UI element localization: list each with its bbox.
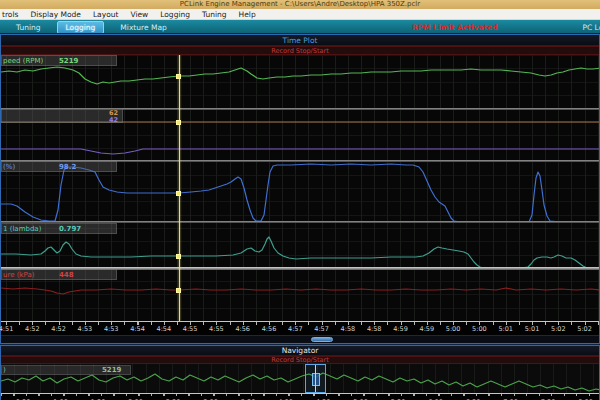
channel-label: ure (kPa) (3, 270, 34, 280)
axis-tick-label: 4:56 (235, 325, 250, 333)
cursor-marker-rpm (176, 74, 181, 79)
axis-tick-label: 4:58 (341, 325, 356, 333)
axis-tick-label: 4:52 (51, 325, 66, 333)
axis-tick-label: 5:00 (446, 325, 461, 333)
channel-label-box[interactable]: peed (RPM)5219 (1, 55, 117, 66)
channel-label-box[interactable]: 1 (lambda)0.797 (1, 223, 117, 234)
axis-tick-label: 4:56 (262, 325, 277, 333)
menu-bar: trolsDisplay ModeLayoutViewLoggingTuning… (0, 9, 600, 20)
channel-value: 98.2 (59, 162, 76, 172)
time-plot-title: Time Plot (283, 36, 318, 45)
channel-label: (%) (3, 162, 15, 172)
axis-tick-label: 5:00 (472, 325, 487, 333)
axis-tick-label: 4:57 (288, 325, 303, 333)
channel-value: 5219 (59, 56, 78, 66)
axis-tick-label: 4:59 (393, 325, 408, 333)
axis-tick-label: 5:02 (551, 325, 566, 333)
time-plot-traces (1, 55, 599, 321)
navigator-axis: 0:301:001:302:002:303:003:304:004:305:00… (1, 393, 599, 400)
navigator-canvas[interactable]: ) 5219 (1, 364, 599, 393)
navigator-trace (1, 373, 599, 391)
horizontal-scrollbar[interactable] (1, 335, 599, 343)
axis-tick-label: 5:01 (498, 325, 513, 333)
menu-item-help[interactable]: Help (233, 10, 262, 19)
time-axis: 4:514:524:524:534:534:544:544:554:554:56… (1, 321, 599, 335)
menu-item-layout[interactable]: Layout (87, 10, 125, 19)
navigator-cursor (315, 365, 316, 392)
cursor-marker-tp (176, 191, 181, 196)
axis-tick-label: 4:54 (130, 325, 145, 333)
time-plot-canvas[interactable]: peed (RPM)52196242(%)98.21 (lambda)0.797… (1, 55, 599, 321)
time-cursor[interactable] (179, 55, 180, 321)
navigator-record-stop-start-button[interactable]: Record Stop/Start (1, 356, 599, 364)
menu-item-view[interactable]: View (124, 10, 154, 19)
cursor-marker-orange (176, 120, 181, 125)
purple-trace (1, 149, 599, 154)
channel-label-box[interactable]: 6242 (1, 108, 123, 123)
window-titlebar[interactable]: PCLink Engine Management - C:\Users\Andr… (0, 0, 600, 9)
navigator-title: Navigator (282, 346, 319, 355)
lambda-trace (1, 237, 599, 269)
axis-tick-label: 4:58 (367, 325, 382, 333)
navigator-window: Navigator Record Stop/Start ) 5219 0:301… (0, 345, 600, 400)
navigator-channel-box: ) 5219 (1, 365, 131, 375)
tab-mixture-map[interactable]: Mixture Map (112, 22, 174, 33)
navigator-selection-handle[interactable] (312, 373, 320, 386)
axis-tick-label: 5:01 (525, 325, 540, 333)
pressure-trace (1, 288, 599, 294)
channel-value: 448 (59, 270, 74, 280)
channel-label-box[interactable]: (%)98.2 (1, 161, 117, 172)
scrollbar-thumb[interactable] (311, 337, 333, 342)
window-title: PCLink Engine Management - C:\Users\Andr… (180, 0, 420, 8)
navigator-axis-ticks (1, 394, 600, 396)
time-plot-window: Time Plot Record Stop/Start peed (RPM)52… (0, 34, 600, 344)
channel-label-box[interactable]: ure (kPa)448 (1, 269, 117, 280)
menu-item-tuning[interactable]: Tuning (196, 10, 233, 19)
axis-tick-label: 4:59 (419, 325, 434, 333)
channel-value: 42 (109, 117, 118, 123)
navigator-channel-value: 5219 (102, 366, 121, 375)
axis-tick-label: 4:53 (78, 325, 93, 333)
cursor-marker-pressure (176, 288, 181, 293)
channel-value: 0.797 (59, 224, 81, 234)
axis-tick-label: 4:52 (25, 325, 40, 333)
channel-label: 1 (lambda) (3, 224, 41, 234)
menu-item-logging[interactable]: Logging (154, 10, 196, 19)
navigator-channel-label: ) (3, 366, 6, 375)
app-window: PCLink Engine Management - C:\Users\Andr… (0, 0, 600, 400)
axis-tick-label: 4:54 (156, 325, 171, 333)
axis-tick-label: 4:51 (0, 325, 13, 333)
navigator-titlebar[interactable]: Navigator (1, 346, 599, 356)
axis-tick-label: 5:02 (577, 325, 592, 333)
menu-item-display-mode[interactable]: Display Mode (24, 10, 86, 19)
channel-label: peed (RPM) (3, 56, 43, 66)
engine-speed-trace (1, 67, 599, 84)
axis-tick-label: 4:55 (183, 325, 198, 333)
cursor-marker-lambda (176, 254, 181, 259)
axis-tick-label: 4:55 (209, 325, 224, 333)
navigator-selection[interactable] (305, 364, 326, 393)
tab-tuning[interactable]: Tuning (8, 22, 49, 33)
pc-log-status: PC Log (582, 23, 600, 32)
layout-tab-bar: RPM Limit Activated PC Log TuningLogging… (0, 20, 600, 34)
axis-tick-label: 4:53 (104, 325, 119, 333)
rpm-limit-warning: RPM Limit Activated (412, 23, 498, 32)
axis-tick-label: 4:57 (314, 325, 329, 333)
tab-logging[interactable]: Logging (57, 21, 105, 34)
time-plot-titlebar[interactable]: Time Plot (1, 35, 599, 46)
menu-item-trols[interactable]: trols (0, 10, 24, 19)
record-stop-start-button[interactable]: Record Stop/Start (1, 46, 599, 55)
tp-trace (1, 164, 599, 222)
